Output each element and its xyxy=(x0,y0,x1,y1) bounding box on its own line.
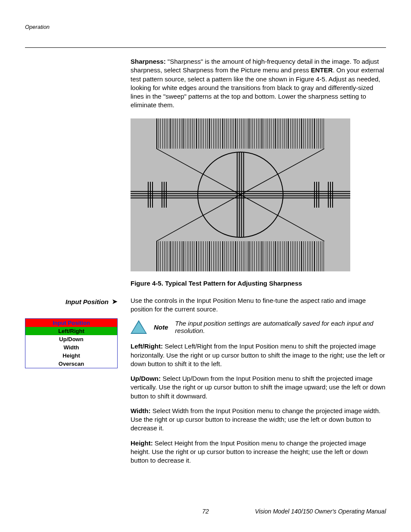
left-right-paragraph: Left/Right: Select Left/Right from the I… xyxy=(131,342,386,368)
sidebar-heading: Input Position ➤ xyxy=(25,298,118,305)
para-label: Left/Right: xyxy=(131,342,163,350)
divider xyxy=(25,47,386,48)
note-label: Note xyxy=(154,324,168,331)
test-pattern-figure xyxy=(131,118,350,271)
tick-right-inner xyxy=(314,182,319,208)
sharpness-paragraph: Sharpness: "Sharpness" is the amount of … xyxy=(131,57,386,110)
warning-triangle-icon xyxy=(131,320,147,334)
para-text: Select Up/Down from the Input Position m… xyxy=(131,375,386,400)
input-position-menu: Input Position Left/Right Up/Down Width … xyxy=(25,318,118,368)
para-label: Height: xyxy=(131,439,153,447)
page-footer: 72 Vision Model 140/150 Owner's Operatin… xyxy=(25,508,386,515)
center-vertical-lines xyxy=(237,152,244,237)
para-label: Width: xyxy=(131,407,151,414)
page-content: Input Position ➤ Input Position Left/Rig… xyxy=(25,57,386,471)
para-text: Select Left/Right from the Input Positio… xyxy=(131,342,385,367)
left-margin: Input Position ➤ Input Position Left/Rig… xyxy=(25,57,118,471)
tick-left-inner xyxy=(162,182,167,208)
center-circle xyxy=(197,152,283,238)
manual-title: Vision Model 140/150 Owner's Operating M… xyxy=(255,508,386,515)
sweep-top xyxy=(156,118,324,149)
section-header: Operation xyxy=(25,24,386,30)
width-paragraph: Width: Select Width from the Input Posit… xyxy=(131,407,386,433)
menu-item: Width xyxy=(25,343,117,352)
menu-item: Height xyxy=(25,352,117,360)
tick-right-outer xyxy=(328,182,333,208)
para-text: Select Height from the Input Position me… xyxy=(131,439,368,464)
main-column: Sharpness: "Sharpness" is the amount of … xyxy=(131,57,386,471)
sharpness-label: Sharpness: xyxy=(131,58,166,65)
enter-key: ENTER xyxy=(311,66,333,74)
sweep-bottom xyxy=(156,241,324,271)
para-text: Select Width from the Input Position men… xyxy=(131,407,380,432)
note-block: Note The input position settings are aut… xyxy=(131,320,386,334)
up-down-paragraph: Up/Down: Select Up/Down from the Input P… xyxy=(131,374,386,401)
menu-item: Overscan xyxy=(25,360,117,368)
figure-caption: Figure 4-5. Typical Test Pattern for Adj… xyxy=(131,279,386,288)
note-text: The input position settings are automati… xyxy=(175,320,386,334)
input-position-intro: Use the controls in the Input Position M… xyxy=(131,296,386,314)
page-number: 72 xyxy=(202,508,209,515)
menu-title: Input Position xyxy=(25,319,117,327)
arrow-right-icon: ➤ xyxy=(112,298,118,305)
menu-item: Up/Down xyxy=(25,335,117,343)
sidebar-heading-text: Input Position xyxy=(65,298,109,305)
para-label: Up/Down: xyxy=(131,375,161,382)
menu-item-highlighted: Left/Right xyxy=(25,327,117,335)
tick-left-outer xyxy=(148,182,153,208)
height-paragraph: Height: Select Height from the Input Pos… xyxy=(131,439,386,465)
